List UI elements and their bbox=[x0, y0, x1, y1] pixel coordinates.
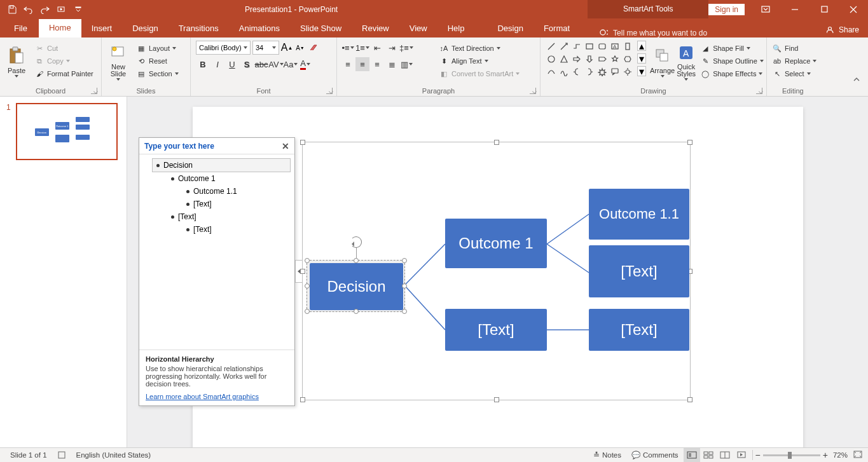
shape-arrow-icon[interactable] bbox=[558, 41, 570, 52]
resize-handle[interactable] bbox=[354, 258, 359, 263]
comments-button[interactable]: 💬 Comments bbox=[626, 448, 684, 462]
resize-handle[interactable] bbox=[402, 258, 407, 263]
shape-text-vert-icon[interactable] bbox=[622, 41, 633, 52]
shrink-font-button[interactable]: A▼ bbox=[294, 41, 306, 54]
fit-to-window-button[interactable] bbox=[853, 450, 863, 460]
shape-fill-button[interactable]: ◢Shape Fill bbox=[698, 43, 766, 54]
textpane-item[interactable]: [Text] bbox=[167, 210, 291, 223]
close-button[interactable] bbox=[839, 0, 868, 18]
shape-rect-icon[interactable] bbox=[584, 41, 595, 52]
smartart-box[interactable]: [Text] bbox=[589, 245, 689, 297]
status-slide-number[interactable]: Slide 1 of 1 bbox=[5, 448, 52, 462]
bullets-button[interactable]: •≡ bbox=[341, 41, 355, 55]
line-spacing-button[interactable]: ‡≡ bbox=[399, 41, 413, 55]
zoom-control[interactable]: − + 72% bbox=[755, 450, 863, 460]
dialog-launcher-button[interactable] bbox=[530, 88, 536, 94]
align-text-button[interactable]: ⬍Align Text bbox=[436, 55, 522, 67]
tab-smartart-format[interactable]: Format bbox=[534, 20, 580, 37]
zoom-value[interactable]: 72% bbox=[830, 451, 850, 459]
slide-thumbnail[interactable]: Decsion Outcome 1 bbox=[16, 103, 118, 160]
char-spacing-button[interactable]: AV bbox=[269, 57, 283, 71]
resize-handle[interactable] bbox=[494, 397, 499, 402]
find-button[interactable]: 🔍Find bbox=[769, 43, 819, 54]
minimize-button[interactable] bbox=[780, 0, 809, 18]
quick-styles-button[interactable]: A Quick Styles bbox=[676, 39, 696, 84]
dialog-launcher-button[interactable] bbox=[326, 88, 333, 94]
underline-button[interactable]: U bbox=[225, 57, 239, 71]
grow-font-button[interactable]: A▲ bbox=[281, 41, 293, 54]
zoom-in-button[interactable]: + bbox=[823, 450, 828, 460]
tell-me-search[interactable]: Tell me what you want to do bbox=[599, 29, 707, 37]
shape-sun-icon[interactable] bbox=[622, 66, 633, 78]
redo-button[interactable] bbox=[37, 1, 53, 18]
change-case-button[interactable]: Aa bbox=[284, 57, 298, 71]
layout-button[interactable]: ▦Layout bbox=[134, 43, 181, 54]
tab-smartart-design[interactable]: Design bbox=[487, 20, 533, 37]
resize-handle[interactable] bbox=[402, 283, 407, 289]
shape-text-icon[interactable]: A bbox=[609, 41, 621, 52]
zoom-out-button[interactable]: − bbox=[755, 450, 761, 460]
resize-handle[interactable] bbox=[354, 309, 359, 314]
tab-view[interactable]: View bbox=[399, 20, 437, 37]
shape-brace-r-icon[interactable] bbox=[584, 66, 595, 78]
cut-button[interactable]: ✂Cut bbox=[32, 43, 96, 54]
textpane-item[interactable]: Decision bbox=[152, 158, 291, 172]
shape-callout-icon[interactable] bbox=[609, 66, 621, 78]
resize-handle[interactable] bbox=[494, 140, 499, 145]
tab-help[interactable]: Help bbox=[437, 20, 475, 37]
textpane-item[interactable]: [Text] bbox=[183, 223, 291, 236]
copy-button[interactable]: ⧉Copy bbox=[32, 55, 96, 67]
tab-review[interactable]: Review bbox=[352, 20, 399, 37]
shape-roundrect-icon[interactable] bbox=[596, 41, 608, 52]
resize-handle[interactable] bbox=[305, 283, 310, 289]
smartart-box[interactable]: Decision bbox=[310, 263, 403, 310]
smartart-box[interactable]: [Text] bbox=[445, 309, 547, 351]
textpane-item[interactable]: [Text] bbox=[183, 198, 291, 210]
paste-button[interactable]: Paste bbox=[3, 39, 31, 84]
numbering-button[interactable]: 1≡ bbox=[355, 41, 369, 55]
shape-star-icon[interactable] bbox=[609, 53, 621, 65]
shape-hexagon-icon[interactable] bbox=[622, 53, 633, 65]
tab-transitions[interactable]: Transitions bbox=[169, 20, 229, 37]
dialog-launcher-button[interactable] bbox=[756, 88, 762, 94]
shapes-scroll-up-button[interactable]: ▴ bbox=[637, 41, 646, 51]
spellcheck-button[interactable] bbox=[52, 448, 71, 462]
smartart-frame[interactable]: Decision Outcome 1 [Text] Outcome 1.1 [T… bbox=[302, 142, 691, 400]
view-normal-button[interactable] bbox=[684, 448, 700, 462]
decrease-indent-button[interactable]: ⇤ bbox=[370, 41, 384, 55]
save-icon[interactable] bbox=[4, 1, 20, 18]
status-language[interactable]: English (United States) bbox=[71, 448, 156, 462]
tab-slide-show[interactable]: Slide Show bbox=[290, 20, 352, 37]
shape-triangle-icon[interactable] bbox=[558, 53, 570, 65]
maximize-button[interactable] bbox=[809, 0, 839, 18]
shape-burst-icon[interactable] bbox=[596, 66, 608, 78]
view-slideshow-button[interactable] bbox=[733, 448, 750, 462]
align-left-button[interactable]: ≡ bbox=[341, 57, 355, 71]
ribbon-display-options-button[interactable] bbox=[751, 0, 780, 18]
view-sorter-button[interactable] bbox=[700, 448, 717, 462]
replace-button[interactable]: abReplace bbox=[769, 55, 819, 67]
shape-circle-icon[interactable] bbox=[546, 53, 557, 65]
shape-brace-l-icon[interactable] bbox=[571, 66, 582, 78]
shape-line-icon[interactable] bbox=[546, 41, 557, 52]
shape-outline-button[interactable]: ✎Shape Outline bbox=[698, 55, 766, 67]
signin-button[interactable]: Sign in bbox=[708, 4, 745, 15]
clear-formatting-button[interactable] bbox=[308, 41, 319, 54]
justify-button[interactable]: ≣ bbox=[385, 57, 399, 71]
close-icon[interactable]: ✕ bbox=[282, 141, 289, 151]
shapes-gallery[interactable]: A bbox=[546, 41, 633, 78]
bold-button[interactable]: B bbox=[196, 57, 210, 71]
textpane-item[interactable]: Outcome 1 bbox=[167, 172, 291, 185]
convert-smartart-button[interactable]: ◧Convert to SmartArt bbox=[436, 68, 522, 79]
shape-connector-icon[interactable] bbox=[571, 41, 582, 52]
shapes-more-button[interactable]: ▾ bbox=[637, 66, 646, 76]
share-button[interactable]: Share bbox=[827, 22, 859, 37]
tab-animations[interactable]: Animations bbox=[229, 20, 290, 37]
font-name-select[interactable]: Calibri (Body) bbox=[196, 41, 251, 55]
shape-curve2-icon[interactable] bbox=[558, 66, 570, 78]
smartart-node-selected[interactable]: Decision bbox=[307, 260, 405, 312]
reset-button[interactable]: ⟲Reset bbox=[134, 55, 181, 67]
view-reading-button[interactable] bbox=[717, 448, 733, 462]
start-from-beginning-button[interactable] bbox=[53, 1, 70, 18]
shape-arrow-d-icon[interactable] bbox=[584, 53, 595, 65]
